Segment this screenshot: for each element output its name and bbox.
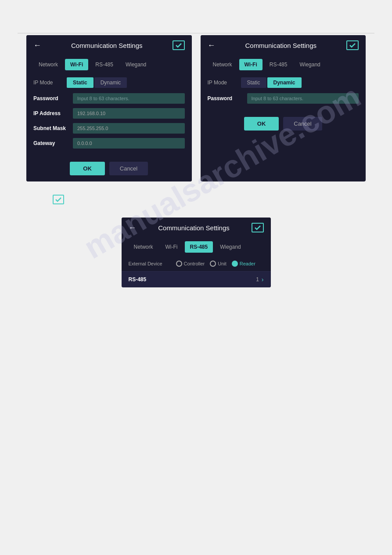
tab-network-right[interactable]: Network [208,59,237,70]
btn-static-left[interactable]: Static [67,77,94,88]
bottom-panel-container: ← Communication Settings Network Wi-Fi R… [26,218,366,287]
label-password-left: Password [33,95,73,102]
panel-right-form: IP Mode Static Dynamic Password [201,74,366,112]
ip-mode-buttons-right: Static Dynamic [241,77,302,88]
ip-mode-label-left: IP Mode [33,80,60,86]
panel-left-form: IP Mode Static Dynamic Password IP Addre… [26,74,192,156]
tab-network-bottom[interactable]: Network [129,241,158,253]
tab-rs485-left[interactable]: RS-485 [90,59,119,70]
small-check-box[interactable] [53,195,64,204]
rs485-setting-row[interactable]: RS-485 1 › [122,271,271,287]
form-row-password-right: Password [208,93,359,104]
label-ip-left: IP Address [33,110,73,116]
tab-rs485-bottom[interactable]: RS-485 [185,241,213,253]
panel-bottom-back[interactable]: ← [129,223,137,232]
input-ip-left[interactable] [73,108,185,119]
ok-button-left[interactable]: OK [70,162,105,175]
chevron-right-icon: › [262,276,264,283]
panel-right-title: Communication Settings [216,42,347,49]
tab-network-left[interactable]: Network [33,59,63,70]
radio-label-reader: Reader [240,261,255,266]
panel-left: ← Communication Settings Network Wi-Fi R… [26,35,192,181]
input-gateway-left[interactable] [73,138,185,149]
panel-left-confirm[interactable] [173,40,185,50]
ip-mode-label-right: IP Mode [208,80,234,86]
form-row-subnet-left: Subnet Mask [33,123,185,134]
tab-wiegand-right[interactable]: Wiegand [294,59,325,70]
radio-circle-unit [210,261,216,267]
ext-device-row: External Device Controller Unit Reader [122,256,271,271]
form-row-ip-left: IP Address [33,108,185,119]
radio-reader[interactable]: Reader [232,261,255,267]
ok-button-right[interactable]: OK [244,117,279,131]
rs485-label: RS-485 [129,276,147,283]
btn-dynamic-left[interactable]: Dynamic [94,77,127,88]
tab-wifi-right[interactable]: Wi-Fi [239,59,263,70]
btn-dynamic-right[interactable]: Dynamic [267,77,302,88]
panel-right: ← Communication Settings Network Wi-Fi R… [201,35,366,181]
tab-wiegand-bottom[interactable]: Wiegand [215,241,246,253]
top-divider [18,33,374,33]
radio-circle-reader [232,261,238,267]
tab-wiegand-left[interactable]: Wiegand [120,59,151,70]
radio-circle-controller [176,261,182,267]
panel-bottom-header: ← Communication Settings [122,218,271,238]
tab-wifi-left[interactable]: Wi-Fi [65,59,88,70]
cancel-button-right[interactable]: Cancel [283,117,322,131]
check-area [53,195,366,204]
panel-left-actions: OK Cancel [26,156,192,181]
input-password-right[interactable] [247,93,359,104]
radio-label-unit: Unit [218,261,227,266]
tab-wifi-bottom[interactable]: Wi-Fi [160,241,183,253]
panel-bottom: ← Communication Settings Network Wi-Fi R… [122,218,271,287]
input-password-left[interactable] [73,93,185,104]
panel-bottom-nav: Network Wi-Fi RS-485 Wiegand [122,238,271,256]
label-password-right: Password [208,95,247,102]
panel-right-back[interactable]: ← [208,41,216,50]
ext-device-label: External Device [129,261,173,266]
panel-bottom-confirm[interactable] [252,223,264,232]
radio-label-controller: Controller [184,261,205,266]
input-subnet-left[interactable] [73,123,185,134]
ip-mode-buttons-left: Static Dynamic [67,77,127,88]
panel-bottom-title: Communication Settings [137,224,252,232]
btn-static-right[interactable]: Static [241,77,266,88]
screenshots-row: ← Communication Settings Network Wi-Fi R… [26,35,366,181]
page-container: manualsarchive.com ← Communication Setti… [0,0,392,555]
form-row-password-left: Password [33,93,185,104]
panel-right-actions: OK Cancel [201,112,366,137]
panel-right-header: ← Communication Settings [201,35,366,55]
panel-left-header: ← Communication Settings [26,35,192,55]
panel-left-title: Communication Settings [41,42,173,49]
panel-left-nav: Network Wi-Fi RS-485 Wiegand [26,55,192,74]
radio-controller[interactable]: Controller [176,261,205,267]
radio-group: Controller Unit Reader [176,261,255,267]
rs485-value: 1 [256,276,259,283]
panel-right-confirm[interactable] [346,40,359,50]
ip-mode-row-left: IP Mode Static Dynamic [33,77,185,88]
panel-left-back[interactable]: ← [33,41,41,50]
panel-right-nav: Network Wi-Fi RS-485 Wiegand [201,55,366,74]
tab-rs485-right[interactable]: RS-485 [264,59,293,70]
label-subnet-left: Subnet Mask [33,125,73,131]
ip-mode-row-right: IP Mode Static Dynamic [208,77,359,88]
label-gateway-left: Gateway [33,140,73,146]
radio-unit[interactable]: Unit [210,261,227,267]
rs485-value-group: 1 › [256,276,263,283]
cancel-button-left[interactable]: Cancel [109,162,148,175]
form-row-gateway-left: Gateway [33,138,185,149]
